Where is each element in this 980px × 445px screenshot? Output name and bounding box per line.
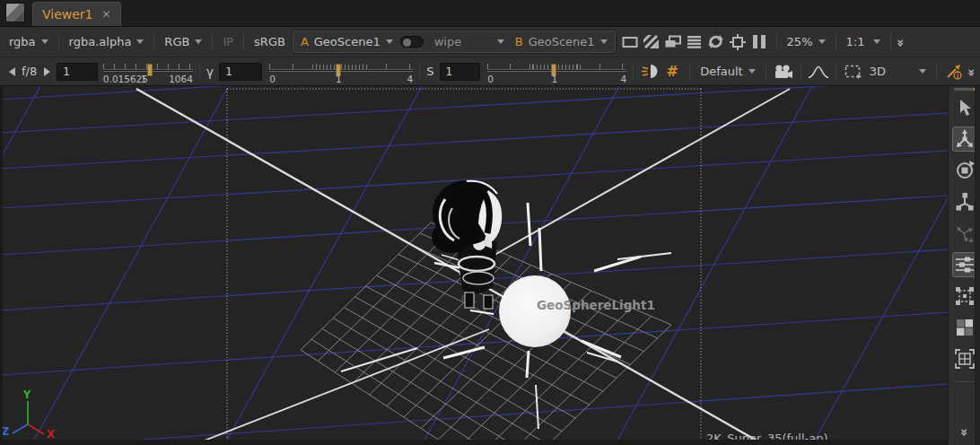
view-mode-dropdown[interactable]: 3D: [866, 63, 930, 80]
divider: [212, 33, 213, 51]
gamma-slider[interactable]: 0 1 4: [269, 61, 413, 84]
gain-input[interactable]: 1: [57, 63, 98, 81]
wipe-mode-dropdown[interactable]: wipe: [431, 33, 508, 50]
tool-translate[interactable]: [952, 127, 977, 152]
tool-scale[interactable]: [952, 189, 977, 214]
fstop-label: f/8: [22, 65, 37, 78]
3d-viewport[interactable]: 0.1: [0, 86, 948, 445]
light-name-label: GeoSphereLight1: [537, 298, 655, 312]
tool-quad-view[interactable]: [952, 315, 977, 340]
divider: [954, 381, 976, 382]
divider: [776, 33, 777, 51]
chevron-down-icon: [600, 39, 608, 44]
overscan-stripes-icon[interactable]: [641, 31, 662, 53]
saturation-slider[interactable]: 0 1 4: [487, 61, 626, 84]
axis-z-label: Z: [2, 425, 9, 438]
ab-wipe-group: A GeoScene1 wipe B GeoScene1: [293, 31, 616, 53]
divider: [836, 63, 836, 81]
close-icon[interactable]: ✕: [102, 9, 111, 20]
chevron-down-icon: [195, 39, 202, 44]
chevron-down-icon: [41, 39, 48, 44]
divider: [243, 33, 244, 51]
tool-vertex-selection[interactable]: [952, 284, 977, 309]
gain-region-icon[interactable]: [727, 31, 748, 53]
headlamp-icon[interactable]: [640, 61, 661, 83]
show-overlays-icon[interactable]: [662, 31, 684, 53]
chevron-down-icon: [919, 69, 926, 74]
axis-y-label: Y: [22, 388, 31, 401]
gain-slider[interactable]: 0.015625 1 1064: [103, 61, 193, 84]
chevron-down-icon: [748, 69, 756, 74]
toggle-knob: [403, 39, 411, 47]
nuke-viewer-window: Viewer1 ✕ rgba rgba.alpha RGB IP sRGB A …: [0, 0, 980, 445]
viewer-lut-button[interactable]: sRGB: [250, 33, 289, 50]
sidebar-more-icon[interactable]: »: [958, 428, 970, 434]
chevron-down-icon: [818, 39, 826, 44]
collapse-toolbar-icon[interactable]: »: [965, 68, 977, 74]
input-process-button[interactable]: IP: [219, 33, 237, 50]
tool-select[interactable]: [952, 95, 977, 120]
fstop-down-icon[interactable]: [5, 61, 18, 83]
viewer-toolbar-exposure: f/8 1 0.015625 1 1064 γ 1 0 1 4: [0, 57, 980, 86]
divider: [836, 33, 836, 51]
tab-bar: Viewer1 ✕: [0, 0, 980, 27]
gamma-symbol: γ: [206, 65, 214, 79]
tool-display-sliders[interactable]: [952, 252, 977, 277]
divider: [766, 63, 766, 81]
collapse-toolbar-icon[interactable]: »: [894, 39, 906, 45]
refresh-render-icon[interactable]: [705, 31, 727, 53]
divider: [199, 63, 200, 81]
chevron-down-icon: [386, 39, 393, 44]
chevron-down-icon: [497, 39, 504, 44]
saturation-input[interactable]: 1: [440, 63, 481, 81]
input-a-dropdown[interactable]: A GeoScene1: [301, 35, 393, 48]
divider: [58, 33, 59, 51]
divider: [890, 33, 891, 51]
divider: [153, 33, 154, 51]
tab-title: Viewer1: [42, 7, 93, 22]
proxy-dropdown[interactable]: 1:1: [843, 33, 884, 50]
sidebar-scrollbar[interactable]: [954, 88, 974, 91]
pane-menu-icon[interactable]: [5, 3, 25, 22]
tool-rotate[interactable]: [952, 158, 977, 183]
viewport-bottom-edge: [0, 440, 948, 445]
divider: [801, 63, 801, 81]
gaussian-curve-icon[interactable]: [808, 61, 829, 83]
lighting-mode-dropdown[interactable]: Default: [696, 63, 759, 80]
camera-icon[interactable]: [773, 61, 794, 83]
axis-x-label: X: [47, 428, 55, 441]
stack-mode-icon[interactable]: [684, 31, 705, 53]
roi-icon[interactable]: [843, 61, 864, 83]
zoom-dropdown[interactable]: 25%: [783, 33, 829, 50]
alpha-channel-dropdown[interactable]: rgba.alpha: [66, 33, 148, 50]
chevron-down-icon: [136, 39, 144, 44]
chevron-down-icon: [873, 39, 880, 44]
svg-text:i: i: [957, 72, 958, 79]
tool-skew[interactable]: [952, 221, 977, 246]
gamma-input[interactable]: 1: [219, 63, 262, 81]
sample-color-icon[interactable]: i: [943, 61, 965, 83]
pause-icon[interactable]: [748, 31, 770, 53]
channels-dropdown[interactable]: rgba: [5, 33, 52, 50]
tab-viewer1[interactable]: Viewer1 ✕: [32, 2, 121, 26]
3d-toolbar-sidebar: »: [948, 86, 980, 445]
divider: [633, 63, 634, 81]
mask-overlay-icon[interactable]: [619, 31, 641, 53]
display-mode-dropdown[interactable]: RGB: [161, 33, 206, 50]
tool-frame-view[interactable]: [952, 346, 977, 371]
viewer-toolbar-top: rgba rgba.alpha RGB IP sRGB A GeoScene1 …: [0, 27, 980, 57]
viewer-main: 0.1: [0, 86, 980, 445]
fstop-up-icon[interactable]: [40, 61, 53, 83]
wipe-toggle[interactable]: [400, 36, 424, 48]
input-b-dropdown[interactable]: B GeoScene1: [515, 35, 608, 48]
grid-toggle-icon[interactable]: #: [661, 61, 683, 83]
divider: [689, 63, 690, 81]
divider: [419, 63, 420, 81]
divider: [936, 63, 937, 81]
viewport-left-edge: [0, 86, 3, 445]
saturation-label: S: [426, 65, 433, 78]
